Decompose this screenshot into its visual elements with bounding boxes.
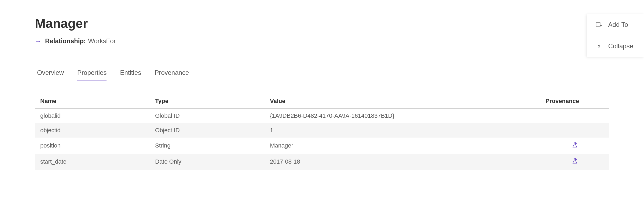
tab-provenance[interactable]: Provenance (155, 69, 189, 80)
chevron-right-double-icon: ›› (595, 42, 602, 50)
flask-icon[interactable] (571, 141, 578, 150)
column-value: Value (265, 94, 540, 109)
cell-name: position (35, 138, 150, 154)
relationship-value: WorksFor (88, 37, 116, 45)
cell-value: 1 (265, 123, 540, 138)
svg-rect-0 (596, 23, 600, 27)
add-to-label: Add To (608, 21, 628, 28)
relationship-row: → Relationship: WorksFor (35, 37, 609, 45)
cell-provenance (540, 123, 609, 138)
cell-provenance (540, 109, 609, 123)
tab-overview[interactable]: Overview (37, 69, 64, 80)
tab-entities[interactable]: Entities (120, 69, 141, 80)
relationship-label: Relationship: (45, 37, 86, 45)
column-type: Type (150, 94, 265, 109)
cell-provenance (540, 138, 609, 154)
collapse-button[interactable]: ›› Collapse (587, 35, 644, 57)
table-row: globalid Global ID {1A9DB2B6-D482-4170-A… (35, 109, 609, 123)
table-row: start_date Date Only 2017-08-18 (35, 154, 609, 170)
arrow-right-icon: → (35, 38, 41, 44)
cell-type: Date Only (150, 154, 265, 170)
table-row: objectid Object ID 1 (35, 123, 609, 138)
column-name: Name (35, 94, 150, 109)
cell-value: {1A9DB2B6-D482-4170-AA9A-161401837B1D} (265, 109, 540, 123)
cell-type: Object ID (150, 123, 265, 138)
page-title: Manager (35, 16, 609, 31)
tab-properties[interactable]: Properties (77, 69, 107, 80)
column-provenance: Provenance (540, 94, 609, 109)
properties-table: Name Type Value Provenance globalid Glob… (35, 94, 609, 170)
cell-value: 2017-08-18 (265, 154, 540, 170)
cell-provenance (540, 154, 609, 170)
main-container: Manager → Relationship: WorksFor Overvie… (0, 0, 644, 170)
collapse-label: Collapse (608, 42, 633, 50)
cell-name: objectid (35, 123, 150, 138)
cell-type: String (150, 138, 265, 154)
flask-icon[interactable] (571, 157, 578, 166)
add-to-button[interactable]: Add To (587, 14, 644, 35)
add-to-icon (595, 21, 602, 28)
side-panel: Add To ›› Collapse (587, 14, 644, 57)
table-header-row: Name Type Value Provenance (35, 94, 609, 109)
tabs: Overview Properties Entities Provenance (35, 69, 609, 80)
cell-type: Global ID (150, 109, 265, 123)
table-row: position String Manager (35, 138, 609, 154)
cell-value: Manager (265, 138, 540, 154)
cell-name: start_date (35, 154, 150, 170)
cell-name: globalid (35, 109, 150, 123)
